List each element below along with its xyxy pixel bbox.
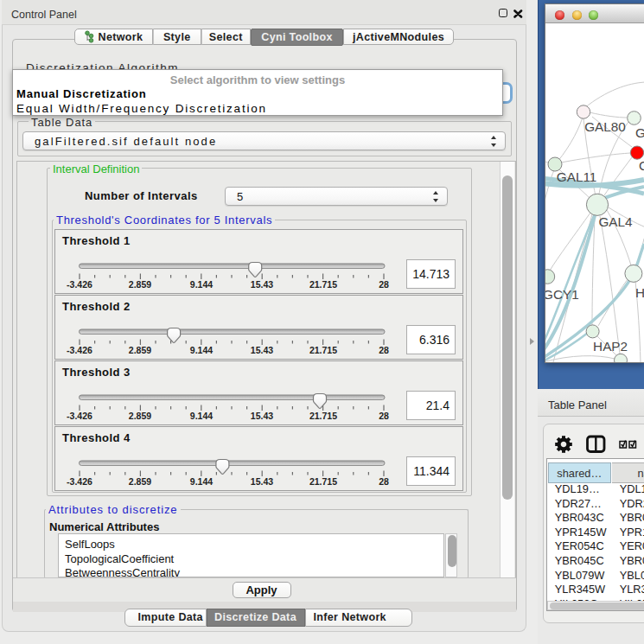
svg-text:GAL4: GAL4 (598, 214, 633, 229)
svg-text:GAL11: GAL11 (557, 169, 597, 184)
svg-text:GCY1: GCY1 (545, 287, 579, 302)
svg-text:GA: GA (635, 125, 644, 140)
svg-text:HA: HA (635, 285, 644, 300)
svg-text:HAP2: HAP2 (593, 339, 628, 354)
svg-text:G: G (639, 158, 644, 173)
svg-text:GAL80: GAL80 (584, 119, 626, 134)
